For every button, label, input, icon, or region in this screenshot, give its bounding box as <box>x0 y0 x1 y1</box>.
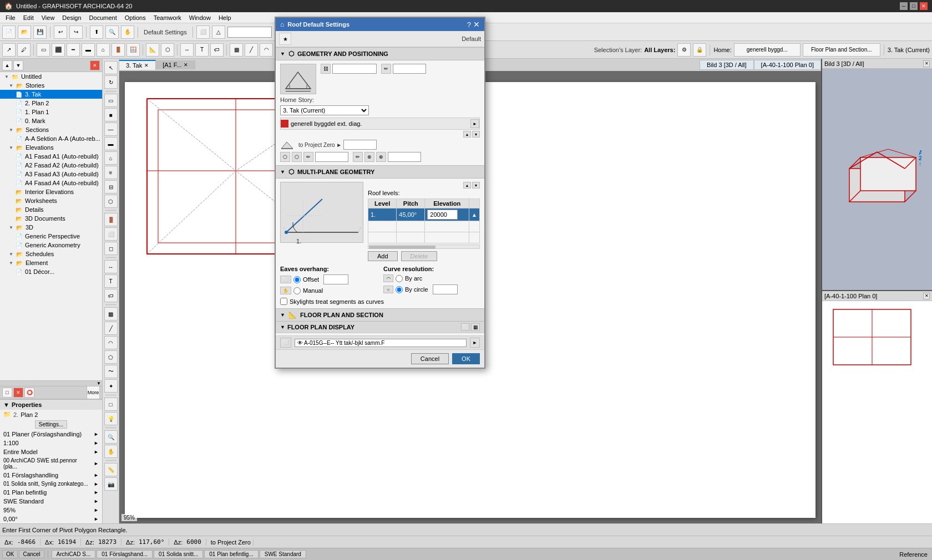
by-arc-radio[interactable] <box>396 275 403 282</box>
vtool-slab[interactable]: ▬ <box>104 137 118 150</box>
vtool-roof[interactable]: ⌂ <box>104 151 118 165</box>
vtool-column[interactable]: ■ <box>104 108 118 121</box>
taskbar-plan[interactable]: 01 Förslagshand... <box>97 550 153 558</box>
tree-plan1[interactable]: 📄 1. Plan 1 <box>0 108 102 116</box>
a1-tab-close[interactable]: ✕ <box>184 62 188 68</box>
vtool-text[interactable]: T <box>104 274 118 288</box>
tree-generic-perspective[interactable]: 📄 Generic Perspective <box>0 232 102 241</box>
vtool-railing[interactable]: ⊟ <box>104 180 118 194</box>
angle-pencil[interactable]: ✏ <box>303 152 313 162</box>
canvas-tab-plan0[interactable]: [A-40-1-100 Plan 0] <box>754 60 821 70</box>
geom-value2-input[interactable]: 200 <box>393 64 426 74</box>
vtool-pan[interactable]: ✋ <box>104 445 118 458</box>
angle2-input[interactable]: 90,00° <box>388 152 421 162</box>
levels-scroll-down[interactable]: ▼ <box>472 182 480 189</box>
material-scroll-down[interactable]: ▼ <box>472 131 480 138</box>
tree-worksheets[interactable]: 📂 Worksheets <box>0 196 102 205</box>
taskbar-archicad[interactable]: ArchiCAD S... <box>52 550 96 558</box>
beam-btn[interactable]: ━ <box>67 43 80 57</box>
geometry-section-header[interactable]: ▼ ⬡ GEOMETRY AND POSITIONING <box>276 47 484 60</box>
dialog-star-btn[interactable]: ★ <box>279 33 291 45</box>
by-circle-input[interactable]: 36 <box>433 284 458 294</box>
tree-details[interactable]: 📂 Details <box>0 205 102 214</box>
prop-item-2[interactable]: 1:100 ► <box>0 439 102 447</box>
dim2-btn[interactable]: ↔ <box>180 43 194 57</box>
vtool-beam[interactable]: — <box>104 123 118 136</box>
layer-settings-btn[interactable]: ⚙ <box>677 43 691 57</box>
text-btn[interactable]: T <box>195 43 209 57</box>
tree-3d[interactable]: ▼ 📂 3D <box>0 223 102 232</box>
vtool-select[interactable]: ↖ <box>104 61 118 74</box>
vtool-hotspot[interactable]: ✦ <box>104 379 118 393</box>
delete-level-btn[interactable]: Delete <box>401 251 438 261</box>
zoom-button[interactable]: 🔍 <box>105 26 119 39</box>
tree-a4[interactable]: 📄 A4 Fasad A4 (Auto-rebuild) <box>0 179 102 187</box>
fp-display-header[interactable]: ▼ FLOOR PLAN DISPLAY ⬜ ▦ <box>276 322 484 333</box>
home-btn[interactable]: generell byggd... <box>734 43 801 57</box>
panel-btn3[interactable]: ⭕ <box>24 388 34 398</box>
floor-plan-btn[interactable]: Floor Plan and Section... <box>803 43 880 57</box>
value3-input[interactable]: 3300 <box>343 140 377 150</box>
select-all-btn[interactable]: ↗ <box>2 43 16 57</box>
taskbar-btn2[interactable]: Cancel <box>19 550 44 558</box>
tree-a3[interactable]: 📄 A3 Fasad A3 (Auto-rebuild) <box>0 170 102 179</box>
prop-item-6[interactable]: 01 Solida snitt, Synlig zonkatego... ► <box>0 480 102 488</box>
pan-button[interactable]: ✋ <box>121 26 134 39</box>
manual-radio[interactable] <box>293 287 301 294</box>
undo-button[interactable]: ↩ <box>54 26 67 39</box>
multiplane-section-header[interactable]: ▼ ⬡ MULTI-PLANE GEOMETRY <box>276 165 484 179</box>
fp-display-icon2[interactable]: ▦ <box>471 323 480 331</box>
tree-a2[interactable]: 📄 A2 Fasad A2 (Auto-rebuild) <box>0 161 102 170</box>
menu-window[interactable]: Window <box>186 13 214 22</box>
geom-pen-btn[interactable]: ✏ <box>381 64 391 74</box>
slab-btn[interactable]: ▬ <box>82 43 95 57</box>
deselect-btn[interactable]: 🖊 <box>17 43 31 57</box>
tree-schedules[interactable]: ▼ 📂 Schedules <box>0 250 102 258</box>
door-btn[interactable]: 🚪 <box>112 43 125 57</box>
maximize-button[interactable]: □ <box>910 2 918 10</box>
angle2-icon[interactable]: ✏ <box>353 152 363 162</box>
vtool-zoom[interactable]: 🔍 <box>104 430 118 444</box>
elevation-input[interactable] <box>427 210 458 220</box>
level-up-arrow[interactable]: ▲ <box>469 208 480 221</box>
offset-radio[interactable] <box>293 276 301 283</box>
3d-panel-close[interactable]: ✕ <box>923 60 930 67</box>
wall-btn[interactable]: ▭ <box>37 43 50 57</box>
select-button[interactable]: ⬆ <box>90 26 103 39</box>
fill-btn[interactable]: ▩ <box>230 43 243 57</box>
mesh-btn[interactable]: ⬡ <box>161 43 174 57</box>
angle-icon2[interactable]: ⬡ <box>292 152 302 162</box>
vtool-camera[interactable]: 📷 <box>104 477 118 491</box>
menu-file[interactable]: File <box>2 13 19 22</box>
tree-mark[interactable]: 📄 0. Mark <box>0 116 102 125</box>
vtool-line[interactable]: ╱ <box>104 322 118 335</box>
vtool-fill[interactable]: ▩ <box>104 307 118 320</box>
toolbar-tool2[interactable]: △ <box>212 26 225 39</box>
angle2-icon3[interactable]: ⊕ <box>376 152 386 162</box>
taskbar-btn1[interactable]: OK <box>2 550 18 558</box>
tree-decor[interactable]: 📄 01 Décor... <box>0 267 102 276</box>
menu-document[interactable]: Document <box>86 13 120 22</box>
vtool-door[interactable]: 🚪 <box>104 213 118 226</box>
prop-item-5[interactable]: 01 Förslagshandling ► <box>0 471 102 480</box>
vtool-poly[interactable]: ⬠ <box>104 350 118 364</box>
panel-more-btn[interactable]: More <box>87 386 100 399</box>
geom-value1-input[interactable]: -2700 <box>332 64 377 74</box>
level-row-1[interactable]: 1. 45,00° ▲ <box>368 208 480 221</box>
panel-close-btn[interactable]: ✕ <box>90 60 100 70</box>
taskbar-swe[interactable]: SWE Standard <box>260 550 306 558</box>
taskbar-snitt[interactable]: 01 Solida snitt... <box>154 550 203 558</box>
prop-item-8[interactable]: SWE Standard ► <box>0 497 102 506</box>
window-btn[interactable]: 🪟 <box>126 43 140 57</box>
canvas-tab-tak[interactable]: 3. Tak ✕ <box>119 60 156 70</box>
minimize-button[interactable]: ─ <box>900 2 908 10</box>
vtool-dim[interactable]: ↔ <box>104 260 118 273</box>
tree-item-untitled[interactable]: ▼ 📁 Untitled <box>0 72 102 81</box>
angle2-icon2[interactable]: ⊗ <box>364 152 374 162</box>
prop-item-9[interactable]: 95% ► <box>0 506 102 515</box>
roof-default-settings-dialog[interactable]: ⌂ Roof Default Settings ? ✕ ★ Default ▼ <box>275 17 485 369</box>
settings-button[interactable]: Settings... <box>35 420 67 429</box>
canvas-tab-a1[interactable]: [A1 F... ✕ <box>156 60 195 69</box>
tree-section-aa[interactable]: 📄 A-A Sektion A-A (Auto-reb... <box>0 134 102 143</box>
label-btn[interactable]: 🏷 <box>210 43 224 57</box>
